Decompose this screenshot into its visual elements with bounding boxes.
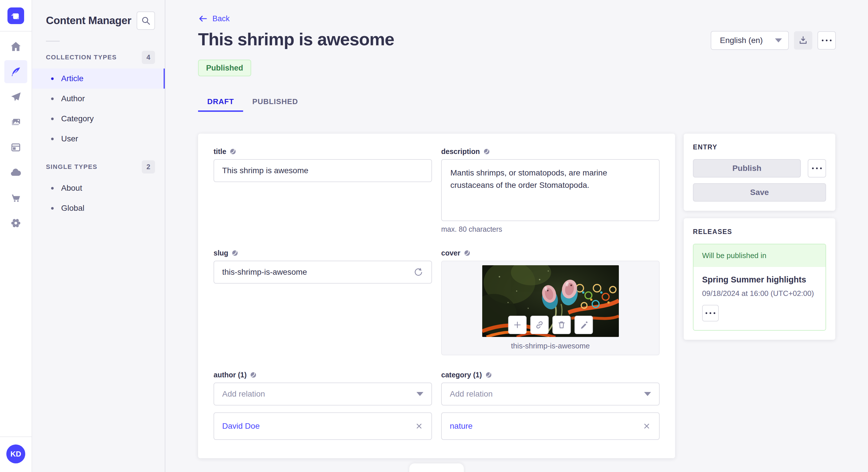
title-input-value: This shrimp is awesome [222,166,308,175]
search-button[interactable] [136,11,155,30]
sidebar-item-author[interactable]: Author [32,89,165,109]
sidebar-item-label: Global [61,204,84,213]
release-name: Spring Summer highlights [702,275,817,284]
bullet-icon [51,117,54,120]
nav-home-button[interactable] [4,35,27,58]
nav-releases-button[interactable] [4,86,27,108]
subnav-title: Content Manager [46,14,131,27]
arrow-left-icon [198,14,208,24]
logo-area [0,0,32,32]
description-textarea[interactable]: Mantis shrimps, or stomatopods, are mari… [441,159,660,221]
download-icon [797,35,809,46]
description-value: Mantis shrimps, or stomatopods, are mari… [451,168,607,190]
shopping-cart-icon [10,192,22,204]
edit-form-card: title This shrimp is awesome desc [198,134,675,458]
sidebar-item-about[interactable]: About [32,178,165,198]
relation-link[interactable]: David Doe [222,422,260,431]
nav-settings-button[interactable] [4,212,27,235]
release-more-button[interactable] [702,305,719,322]
strapi-logo-icon [7,7,24,24]
slug-field: slug this-shrimp-is-awesome [214,249,432,355]
add-media-button[interactable] [508,316,526,334]
description-field: description Mantis shrimps, or stomatopo… [441,147,660,233]
sidebar-item-category[interactable]: Category [32,109,165,129]
category-relation-combobox[interactable]: Add relation [441,382,660,405]
slug-field-label: slug [214,249,228,257]
remove-author-relation-button[interactable] [415,422,423,430]
close-icon [642,422,651,430]
draft-published-tabs: DRAFT PUBLISHED [198,93,836,112]
cloud-icon [10,167,22,179]
sidebar-item-label: About [61,183,82,193]
sidebar-item-label: User [61,134,78,143]
sidebar-item-user[interactable]: User [32,129,165,149]
bullet-icon [51,138,54,140]
nav-marketplace-button[interactable] [4,187,27,209]
link-icon [534,320,545,330]
sidebar-item-article[interactable]: Article [32,69,165,89]
relation-link[interactable]: nature [450,422,472,431]
nav-cloud-button[interactable] [4,161,27,184]
category-relation-item: nature [441,412,660,440]
edit-media-button[interactable] [575,316,593,334]
subnav-divider [46,41,60,42]
bullet-icon [51,187,54,190]
layout-icon [10,141,22,154]
globe-icon [484,148,490,155]
author-field: author (1) Add relation David Doe [214,371,432,440]
content-manager-subnav: Content Manager COLLECTION TYPES 4 Artic… [32,0,165,472]
tab-draft[interactable]: DRAFT [198,93,243,112]
download-button[interactable] [794,31,812,49]
sidebar-item-label: Article [61,74,84,83]
language-select-value: English (en) [720,36,763,45]
author-relation-item: David Doe [214,412,432,440]
globe-icon [485,372,492,378]
author-relation-combobox[interactable]: Add relation [214,382,432,405]
title-input[interactable]: This shrimp is awesome [214,159,432,182]
refresh-icon [412,267,423,278]
nav-content-type-builder-button[interactable] [4,136,27,159]
gear-icon [10,217,22,229]
feather-icon [10,66,22,78]
more-actions-button[interactable] [817,31,836,49]
releases-panel: RELEASES Will be published in Spring Sum… [684,218,835,340]
save-button[interactable]: Save [693,183,826,202]
user-avatar[interactable]: KD [6,444,25,463]
tab-published[interactable]: PUBLISHED [243,93,307,112]
main-content: Back This shrimp is awesome English (en) [165,0,868,472]
nav-media-library-button[interactable] [4,111,27,134]
publish-button[interactable]: Publish [693,159,801,177]
ellipsis-icon [706,312,715,314]
releases-panel-heading: RELEASES [693,228,826,236]
delete-media-button[interactable] [552,316,570,334]
back-link[interactable]: Back [198,14,229,24]
strapi-logo-button[interactable] [7,7,24,24]
ellipsis-icon [812,167,822,169]
bullet-icon [51,207,54,210]
bullet-icon [51,98,54,100]
language-select[interactable]: English (en) [711,31,789,50]
sidebar-item-label: Category [61,114,94,123]
nav-content-manager-button[interactable] [4,60,27,83]
search-icon [141,15,151,26]
ellipsis-icon [822,40,832,41]
sidebar-item-global[interactable]: Global [32,198,165,218]
copy-link-button[interactable] [530,316,549,334]
single-types-header: SINGLE TYPES 2 [32,157,165,177]
trash-icon [556,320,567,330]
category-field: category (1) Add relation nature [441,371,660,440]
cover-field: cover [441,249,660,355]
category-combobox-placeholder: Add relation [450,390,493,399]
cover-filename: this-shrimp-is-awesome [511,341,590,350]
slug-input[interactable]: this-shrimp-is-awesome [214,261,432,283]
globe-icon [231,250,238,256]
pencil-icon [578,320,589,330]
regenerate-slug-button[interactable] [412,267,423,278]
collection-types-header: COLLECTION TYPES 4 [32,47,165,67]
rail-bottom: KD [0,436,32,472]
entry-more-button[interactable] [808,159,826,177]
home-icon [10,40,22,53]
remove-category-relation-button[interactable] [642,422,651,430]
release-date: 09/18/2024 at 16:00 (UTC+02:00) [702,289,817,298]
page-title: This shrimp is awesome [198,29,394,49]
